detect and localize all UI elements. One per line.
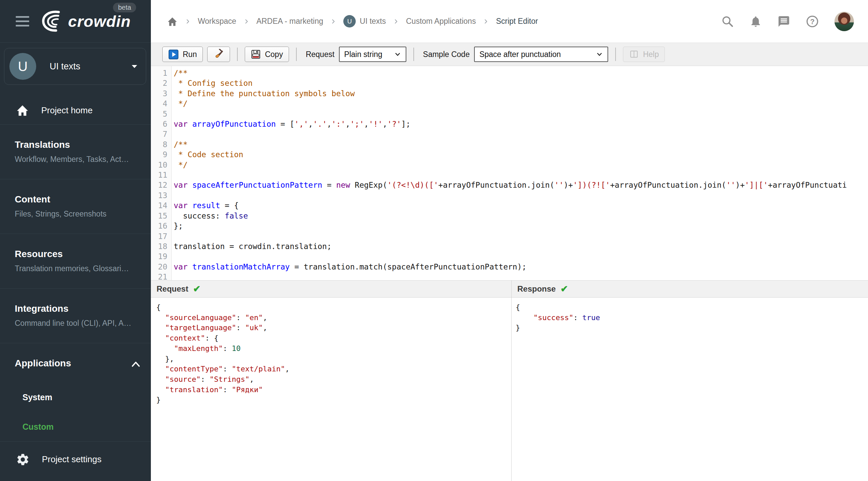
help-button[interactable]: Help — [623, 46, 665, 62]
line-number: 18 — [151, 241, 167, 251]
search-icon[interactable] — [721, 15, 734, 28]
beta-badge: beta — [113, 3, 136, 12]
sidebar-item-integrations[interactable]: IntegrationsCommand line tool (CLI), API… — [0, 288, 151, 343]
code-line — [174, 231, 868, 241]
breadcrumb-chevron-icon — [393, 19, 399, 25]
help-question-icon[interactable]: ? — [806, 15, 819, 28]
code-line: * Config section — [174, 78, 868, 88]
line-number: 8 — [151, 139, 167, 150]
logo-text: crowdin — [68, 12, 131, 31]
code-editor[interactable]: 123456789101112131415161718192021 /** * … — [151, 66, 868, 280]
breadcrumb-label: Script Editor — [496, 17, 538, 26]
code-line: var spaceAfterPunctuationPattern = new R… — [174, 180, 868, 190]
code-line: }; — [174, 221, 868, 231]
code-line: /** — [174, 68, 868, 78]
breadcrumb-label: Custom Applications — [406, 17, 476, 26]
project-selector-wrap: U UI texts — [0, 42, 151, 85]
line-number: 20 — [151, 262, 167, 272]
breadcrumb-item-workspace[interactable]: Workspace — [198, 17, 236, 26]
breadcrumb-item-script-editor: Script Editor — [496, 17, 538, 26]
line-number: 6 — [151, 119, 167, 129]
main-area: WorkspaceARDEA - marketingUUI textsCusto… — [151, 0, 868, 481]
line-number: 1 — [151, 68, 167, 78]
success-check-icon: ✔ — [193, 284, 201, 294]
line-number: 15 — [151, 211, 167, 221]
applications-items: SystemCustom — [0, 382, 151, 442]
request-panel-title: Request — [157, 284, 188, 294]
chevron-up-icon — [131, 361, 141, 367]
toolbar-separator — [237, 47, 238, 61]
breadcrumb-chevron-icon — [483, 19, 489, 25]
response-json-line: } — [516, 323, 868, 333]
line-number: 21 — [151, 272, 167, 280]
paintbrush-icon — [213, 49, 224, 60]
section-subtitle: Command line tool (CLI), API, A… — [15, 319, 141, 328]
section-subtitle: Translation memories, Glossari… — [15, 264, 141, 273]
code-line — [174, 190, 868, 200]
copy-button[interactable]: Copy — [245, 46, 289, 62]
sidebar-item-applications[interactable]: Applications — [0, 343, 151, 382]
breadcrumb-label: ARDEA - marketing — [256, 17, 323, 26]
section-title: Content — [15, 194, 141, 205]
chevron-down-icon — [394, 51, 401, 58]
sidebar-item-project-home[interactable]: Project home — [0, 96, 151, 124]
response-panel-title: Response — [517, 284, 556, 294]
project-avatar: U — [9, 53, 36, 80]
project-name: UI texts — [50, 61, 81, 72]
project-selector[interactable]: U UI texts — [4, 48, 146, 85]
section-subtitle: Files, Strings, Screenshots — [15, 210, 141, 219]
applications-title: Applications — [15, 358, 71, 369]
editor-code[interactable]: /** * Config section * Define the punctu… — [172, 66, 868, 280]
breadcrumb-home[interactable] — [167, 17, 178, 27]
sample-code-select[interactable]: Space after punctuation — [474, 46, 608, 62]
response-json: { "success": true} — [512, 298, 868, 481]
response-json-line: { — [516, 302, 868, 313]
request-json[interactable]: { "sourceLanguage": "en", "targetLanguag… — [151, 298, 511, 481]
run-button[interactable]: Run — [162, 46, 203, 62]
request-json-line: { — [156, 302, 511, 313]
code-line: success: false — [174, 211, 868, 221]
request-json-line: "context": { — [156, 333, 511, 344]
line-number: 7 — [151, 129, 167, 139]
user-avatar[interactable] — [835, 12, 854, 31]
sample-code-label: Sample Code — [423, 50, 470, 59]
sidebar-item-translations[interactable]: TranslationsWorkflow, Members, Tasks, Ac… — [0, 124, 151, 179]
breadcrumb-label: UI texts — [360, 17, 386, 26]
code-line: var arrayOfPunctuation = [',','.',':',';… — [174, 119, 868, 129]
messages-chat-icon[interactable] — [777, 15, 790, 28]
home-icon — [167, 17, 178, 27]
request-json-line: "translation": "Рядки" — [156, 385, 511, 395]
breadcrumb-item-custom-applications[interactable]: Custom Applications — [406, 17, 476, 26]
script-editor-toolbar: Run Copy Request Plain string Sample Cod… — [151, 42, 868, 66]
gear-icon — [16, 452, 30, 467]
book-icon — [629, 49, 639, 59]
notifications-bell-icon[interactable] — [749, 15, 762, 28]
request-type-value: Plain string — [344, 50, 382, 59]
line-number: 3 — [151, 89, 167, 99]
format-code-button[interactable] — [207, 46, 230, 62]
code-line — [174, 251, 868, 261]
sidebar-item-applications-custom[interactable]: Custom — [0, 412, 151, 442]
breadcrumb-chevron-icon — [243, 19, 249, 25]
breadcrumb-project-avatar: U — [343, 15, 356, 28]
request-type-select[interactable]: Plain string — [339, 46, 406, 62]
line-number: 17 — [151, 231, 167, 241]
breadcrumb-item-ardea-marketing[interactable]: ARDEA - marketing — [256, 17, 323, 26]
sidebar-item-resources[interactable]: ResourcesTranslation memories, Glossari… — [0, 234, 151, 288]
sidebar-item-content[interactable]: ContentFiles, Strings, Screenshots — [0, 179, 151, 234]
line-number: 2 — [151, 78, 167, 88]
response-panel: Response ✔ { "success": true} — [511, 280, 868, 481]
request-panel-header: Request ✔ — [151, 280, 511, 298]
breadcrumb-item-ui-texts[interactable]: UUI texts — [343, 15, 386, 28]
sidebar-item-label: Project home — [41, 105, 93, 116]
code-line: * Code section — [174, 150, 868, 160]
crowdin-logo[interactable]: crowdin beta — [39, 10, 131, 32]
chevron-down-icon — [131, 64, 138, 68]
request-json-line: "source": "Strings", — [156, 375, 511, 385]
code-line: var translationMatchArray = translation.… — [174, 262, 868, 272]
sidebar-item-applications-system[interactable]: System — [0, 382, 151, 412]
sidebar-item-project-settings[interactable]: Project settings — [0, 442, 151, 477]
hamburger-menu-icon[interactable] — [16, 16, 29, 27]
section-title: Translations — [15, 139, 141, 150]
section-subtitle: Workflow, Members, Tasks, Act… — [15, 155, 141, 164]
